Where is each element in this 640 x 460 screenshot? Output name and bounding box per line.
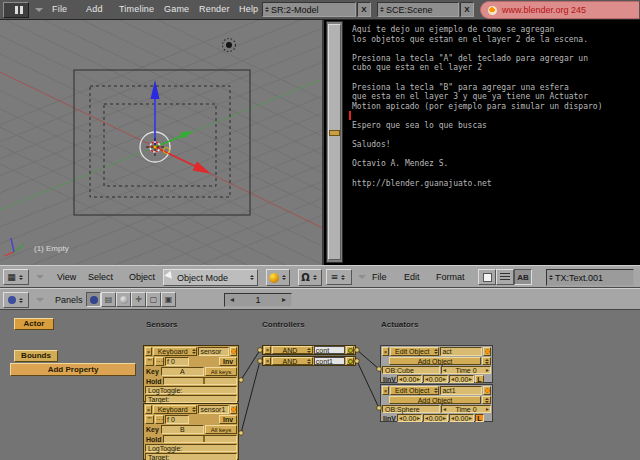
local-toggle-button[interactable]: L (475, 414, 484, 422)
text-datablock-selector[interactable]: TX:Text.001 (546, 269, 634, 286)
step-up-icon[interactable]: ▸ (486, 367, 489, 373)
target-field[interactable]: Target: (145, 453, 237, 460)
logtoggle-field[interactable]: LogToggle: (145, 444, 237, 452)
pulse-false-button[interactable]: ··· (155, 357, 164, 366)
all-keys-button[interactable]: All keys (205, 367, 237, 376)
delete-actuator-button[interactable]: × (382, 386, 389, 395)
fullscreen-toggle[interactable] (478, 269, 496, 285)
step-up-icon[interactable]: ▸ (443, 376, 446, 382)
window-type-button-text[interactable]: ≡ (326, 269, 352, 285)
invert-button[interactable]: Inv (219, 415, 237, 424)
step-down-icon[interactable]: ◂ (443, 367, 446, 373)
panel-tab-logic[interactable] (86, 292, 101, 307)
header-menu-collapse-icon[interactable] (36, 275, 44, 279)
delete-controller-button[interactable]: × (264, 357, 271, 365)
object-field[interactable]: OB:Cube (382, 366, 440, 374)
screen-selector[interactable]: SR:2-Model (262, 2, 356, 17)
frequency-field[interactable]: f 0 (165, 415, 189, 424)
header-menu-collapse-icon[interactable] (358, 275, 366, 279)
key-field[interactable]: A (161, 367, 204, 376)
local-toggle-button[interactable]: L (475, 375, 484, 383)
invert-button[interactable]: Inv (219, 357, 237, 366)
menu-render[interactable]: Render (199, 4, 230, 14)
controller-name-field[interactable]: cont (314, 346, 345, 354)
frame-next-icon[interactable]: ▸ (282, 297, 286, 303)
menu-select[interactable]: Select (88, 272, 113, 282)
linv-x-field[interactable]: ◂0.00▸ (397, 414, 422, 422)
step-down-icon[interactable]: ◂ (425, 415, 428, 421)
sensor-name-field[interactable]: sensor (198, 347, 229, 356)
scrollbar-handle[interactable] (328, 24, 341, 260)
menu-text-edit[interactable]: Edit (404, 272, 420, 282)
step-down-icon[interactable]: ◂ (451, 376, 454, 382)
controller-state-button[interactable] (346, 346, 354, 354)
pulse-true-button[interactable]: ''' (145, 415, 154, 424)
delete-controller-button[interactable]: × (264, 346, 271, 354)
edit-object-mode-dropdown[interactable]: Add Object (389, 357, 481, 365)
line-numbers-toggle[interactable] (496, 269, 514, 285)
pulse-false-button[interactable]: ··· (155, 415, 164, 424)
object-field[interactable]: OB:Sphere (382, 405, 440, 413)
collapse-actuator-button[interactable] (483, 347, 491, 356)
sensor-name-field[interactable]: sensor1 (198, 405, 229, 414)
delete-sensor-button[interactable]: × (145, 347, 152, 356)
linv-z-field[interactable]: ◂0.00▸ (449, 375, 474, 383)
time-field[interactable]: ◂ Time 0 ▸ (441, 405, 491, 413)
window-type-button-logic[interactable] (3, 292, 29, 308)
panel-tab-shading[interactable] (116, 292, 131, 307)
controller-type-dropdown[interactable]: AND (272, 357, 313, 365)
menu-text-file[interactable]: File (372, 272, 387, 282)
text-editor[interactable]: Aquí te dejo un ejemplo de como se agreg… (322, 20, 640, 265)
draw-mode-selector[interactable] (266, 269, 290, 286)
add-property-button[interactable]: Add Property (10, 363, 136, 376)
sensor-out-socket[interactable] (239, 378, 244, 383)
menu-game[interactable]: Game (164, 4, 189, 14)
menu-add[interactable]: Add (86, 4, 103, 14)
linv-z-field[interactable]: ◂0.00▸ (449, 414, 474, 422)
step-up-icon[interactable]: ▸ (417, 376, 420, 382)
hold-field[interactable] (163, 435, 237, 443)
sensor-out-socket[interactable] (239, 431, 244, 436)
controller-state-button[interactable] (346, 357, 354, 365)
scene-close-button[interactable]: X (460, 2, 474, 17)
time-field[interactable]: ◂ Time 0 ▸ (441, 366, 491, 374)
window-type-button-info[interactable] (3, 2, 29, 18)
panel-tab-editing[interactable]: ▢ (146, 292, 161, 307)
step-up-icon[interactable]: ▸ (417, 415, 420, 421)
menu-text-format[interactable]: Format (436, 272, 465, 282)
viewport-3d[interactable]: (1) Empty (0, 20, 322, 265)
bounds-button[interactable]: Bounds (14, 350, 58, 362)
panel-tab-script[interactable]: ▤ (101, 292, 116, 307)
step-down-icon[interactable]: ◂ (425, 376, 428, 382)
controller-name-field[interactable]: cont1 (314, 357, 345, 365)
menu-file[interactable]: File (52, 4, 67, 14)
target-field[interactable]: Target: (145, 395, 237, 403)
linv-x-field[interactable]: ◂0.00▸ (397, 375, 422, 383)
panel-tab-object[interactable]: ✛ (131, 292, 146, 307)
text-content[interactable]: Aquí te dejo un ejemplo de como se agreg… (352, 25, 638, 188)
all-keys-button[interactable]: All keys (205, 425, 237, 434)
actuator-type-dropdown[interactable]: Edit Object (390, 347, 439, 356)
menu-help[interactable]: Help (239, 4, 258, 14)
lamp-object[interactable] (223, 39, 236, 52)
step-up-icon[interactable]: ▸ (469, 376, 472, 382)
collapse-sensor-button[interactable] (230, 347, 237, 356)
step-up-icon[interactable]: ▸ (486, 406, 489, 412)
key-field[interactable]: B (161, 425, 204, 434)
pulse-true-button[interactable]: ''' (145, 357, 154, 366)
controller-type-dropdown[interactable]: AND (272, 346, 313, 354)
header-collapse-icon[interactable] (35, 8, 43, 12)
text-scrollbar[interactable] (326, 21, 343, 263)
linv-y-field[interactable]: ◂0.00▸ (423, 414, 448, 422)
logtoggle-field[interactable]: LogToggle: (145, 386, 237, 394)
delete-sensor-button[interactable]: × (145, 405, 152, 414)
actor-button[interactable]: Actor (14, 318, 54, 330)
step-down-icon[interactable]: ◂ (443, 406, 446, 412)
step-down-icon[interactable]: ◂ (451, 415, 454, 421)
mode-dropdown-button[interactable] (482, 396, 491, 404)
actuator-name-field[interactable]: act (440, 347, 482, 356)
menu-object[interactable]: Object (129, 272, 155, 282)
frame-prev-icon[interactable]: ◂ (230, 297, 234, 303)
window-type-button-3d[interactable]: ▦ (3, 269, 29, 285)
screen-close-button[interactable]: X (357, 2, 371, 17)
